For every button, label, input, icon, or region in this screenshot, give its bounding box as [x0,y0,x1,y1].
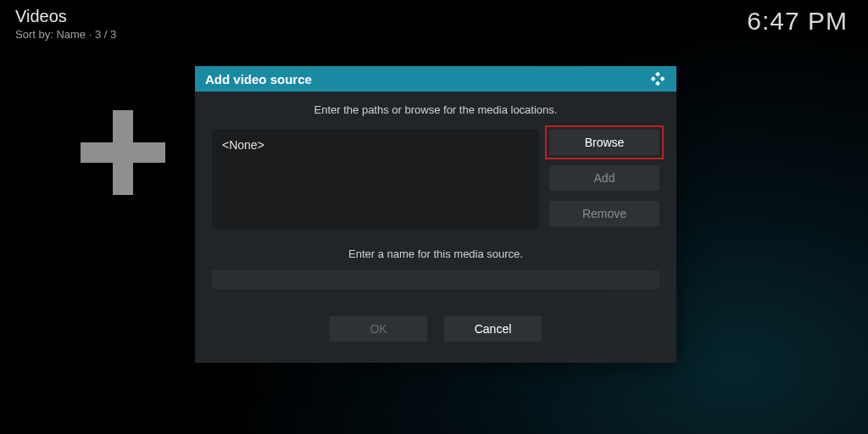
name-label: Enter a name for this media source. [212,248,659,260]
path-list[interactable]: <None> [212,130,539,229]
dialog-footer: OK Cancel [212,316,659,342]
dialog-title: Add video source [205,72,312,86]
section-title: Videos [15,7,116,26]
add-source-background-icon [81,110,165,195]
header: Videos Sort by: Name · 3 / 3 [15,7,116,41]
ok-button[interactable]: OK [330,316,427,342]
sort-info: Sort by: Name · 3 / 3 [15,28,116,41]
add-video-source-dialog: Add video source Enter the paths or brow… [195,66,676,363]
kodi-logo-icon [649,70,666,87]
remove-button[interactable]: Remove [549,201,659,226]
side-buttons: Browse Add Remove [549,130,659,229]
add-button[interactable]: Add [549,165,659,191]
browse-button[interactable]: Browse [549,130,659,155]
cancel-button[interactable]: Cancel [444,316,542,342]
dialog-titlebar: Add video source [195,66,676,92]
path-row: <None> Browse Add Remove [212,130,659,229]
source-name-input[interactable] [212,270,659,289]
dialog-body: Enter the paths or browse for the media … [195,92,676,342]
clock: 6:47 PM [747,7,848,36]
path-value: <None> [222,138,264,152]
instruction-text: Enter the paths or browse for the media … [212,103,659,116]
